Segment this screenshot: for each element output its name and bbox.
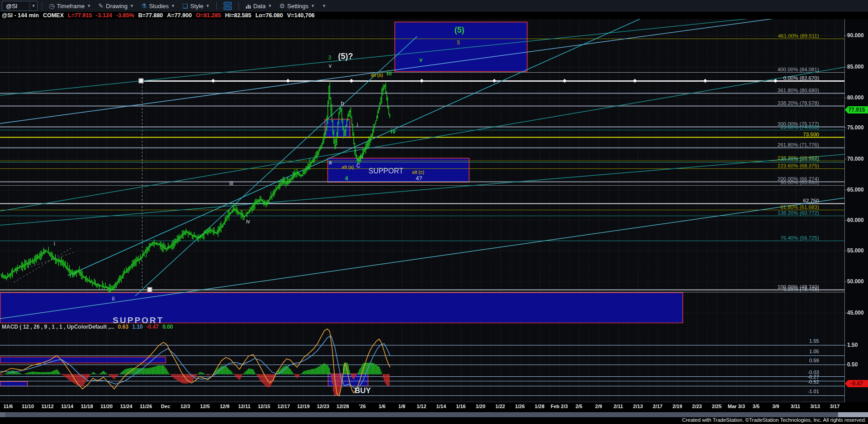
flask-icon: ⚗: [141, 2, 147, 10]
horizontal-scrollbar[interactable]: [0, 412, 868, 417]
time-axis-label: 11/18: [81, 404, 93, 409]
time-axis-label: Mar 3/3: [728, 404, 745, 409]
fib-level-label: 261.80% (71.776): [778, 142, 819, 148]
wave-label-5: (5)?: [338, 52, 353, 61]
fib-level-label: 50.00% (65.690): [780, 180, 819, 185]
time-axis-label: Feb 2/3: [551, 404, 568, 409]
price-axis-tick: 90.000: [847, 32, 864, 39]
time-axis-label: 1/26: [515, 404, 525, 409]
time-axis-label: 12/19: [297, 404, 310, 409]
quote-bar: @SI - 144 min COMEX L=77.915 -3.124 -3.8…: [0, 12, 868, 19]
macd-level-label: -0.52: [808, 379, 819, 385]
consolidation-box[interactable]: [325, 119, 350, 138]
quote-change-pct: -3.85%: [116, 12, 134, 19]
support-box-bottom[interactable]: [0, 292, 683, 323]
fib-level-label: 38.20% (69.708): [780, 157, 819, 162]
drawing-handle[interactable]: [139, 79, 144, 84]
time-axis-label: 11/26: [140, 404, 152, 409]
macd-buy-box[interactable]: [328, 374, 368, 386]
last-price-badge: 77.915: [845, 106, 868, 113]
wave-label-iii: iii: [386, 69, 392, 77]
time-axis-label: 3/11: [791, 404, 800, 409]
time-axis-label: 12/3: [180, 404, 190, 409]
fib-level-label: 23.60% (74.658): [780, 124, 819, 130]
gear-icon: ⚙: [279, 2, 285, 10]
time-axis-label: 2/25: [712, 404, 722, 409]
time-axis-label: 12/11: [238, 404, 250, 409]
quote-low: Lo=76.080: [255, 12, 283, 19]
time-axis-label: 11/6: [4, 404, 13, 409]
macd-study-label: MACD ( 12 , 26 , 9 , 1 , 1 , UpColorDefa…: [2, 324, 114, 330]
symbol-select-value: @SI: [2, 3, 29, 10]
menu-data[interactable]: Data ▼: [243, 0, 274, 11]
wave-label-buy: BUY: [355, 386, 371, 395]
menu-style[interactable]: ❏ Style ▼: [180, 0, 212, 11]
time-axis-label: '26: [359, 404, 366, 409]
menu-settings[interactable]: ⚙ Settings ▼: [277, 0, 317, 11]
time-axis-label: 12/5: [200, 404, 210, 409]
chevron-down-icon: ▼: [268, 4, 272, 8]
bar-chart-icon: [246, 3, 251, 9]
time-axis-label: 11/24: [120, 404, 132, 409]
fib-level-label: 73.500: [803, 132, 819, 137]
layers-icon[interactable]: [221, 1, 234, 11]
time-axis-label: 1/28: [535, 404, 544, 409]
fib-level-label: 0.00% (48.468): [783, 286, 819, 292]
macd-level-label: -1.01: [808, 389, 819, 394]
price-panel[interactable]: 461.00% (89.511)400.00% (84.081)0.00% (8…: [0, 19, 844, 323]
toolbar-overflow[interactable]: ▼: [319, 0, 329, 11]
fib-level-label: 0.00% (82.670): [783, 75, 819, 81]
time-axis-label: 3/13: [810, 404, 820, 409]
menu-timeframe[interactable]: ◷ Timeframe ▼: [46, 0, 94, 11]
wave-label-iii: iii: [229, 180, 234, 187]
menu-studies[interactable]: ⚗ Studies ▼: [138, 0, 178, 11]
wave-label-3: 3: [328, 54, 332, 61]
pencil-icon: ✎: [98, 2, 104, 10]
price-axis-tick: 85.000: [847, 64, 864, 70]
time-axis-label: 1/16: [456, 404, 465, 409]
quote-change: -3.124: [96, 12, 112, 19]
scrollbar-left-button[interactable]: [0, 412, 5, 417]
wave-label-iv: iv: [246, 218, 250, 225]
price-axis[interactable]: 90.00085.00080.00075.00070.00065.00060.0…: [844, 19, 868, 402]
toolbar: @SI ▼ ◷ Timeframe ▼ ✎ Drawing ▼ ⚗ Studie…: [0, 0, 868, 12]
wave5-target-box[interactable]: [395, 22, 527, 72]
macd-box-left[interactable]: [0, 357, 166, 363]
time-axis-label: 2/13: [633, 404, 643, 409]
quote-symbol: @SI - 144 min: [2, 12, 39, 19]
time-axis-label: 12/28: [336, 404, 349, 409]
drawing-handle[interactable]: [147, 287, 152, 292]
footer-credit: Created with TradeStation. ©TradeStation…: [0, 417, 868, 424]
time-axis-label: 1/12: [417, 404, 426, 409]
symbol-select[interactable]: @SI ▼: [2, 1, 38, 11]
macd-box-small[interactable]: [0, 381, 28, 386]
quote-exchange: COMEX: [43, 12, 64, 19]
chevron-down-icon[interactable]: ▼: [29, 2, 37, 10]
macd-panel[interactable]: 1.551.050.59-0.03-0.27-0.52-1.01BUY: [0, 330, 844, 402]
style-icon: ❏: [182, 2, 188, 10]
scrollbar-thumb[interactable]: [838, 412, 868, 417]
price-axis-tick: 80.000: [847, 94, 864, 101]
support-box-mid[interactable]: [327, 158, 469, 182]
fib-level-label: 138.20% (60.772): [778, 210, 819, 216]
time-axis-label: 3/17: [830, 404, 839, 409]
time-axis-label: 1/20: [476, 404, 485, 409]
menu-drawing[interactable]: ✎ Drawing ▼: [96, 0, 137, 11]
time-axis-label: 12/9: [220, 404, 229, 409]
clock-icon: ◷: [49, 2, 54, 10]
price-axis-tick: 45.000: [847, 310, 864, 316]
macd-level-label: 0.59: [809, 358, 819, 363]
time-axis-label: 12/17: [278, 404, 290, 409]
time-axis-label: 1/8: [398, 404, 405, 409]
time-axis[interactable]: 11/611/1011/1211/1411/1811/2011/2411/26D…: [0, 402, 868, 412]
fib-level-label: 338.20% (78.578): [778, 100, 819, 106]
tradestation-window: @SI ▼ ◷ Timeframe ▼ ✎ Drawing ▼ ⚗ Studie…: [0, 0, 868, 424]
time-axis-label: 2/19: [673, 404, 682, 409]
wave-label-v: v: [329, 63, 332, 69]
price-axis-tick: 55.000: [847, 247, 864, 254]
wave-label-i: i: [54, 241, 55, 247]
time-axis-label: 12/15: [258, 404, 270, 409]
quote-open: O=81.285: [196, 12, 221, 19]
menu-data-label: Data: [253, 3, 265, 10]
macd-header[interactable]: MACD ( 12 , 26 , 9 , 1 , 1 , UpColorDefa…: [0, 323, 846, 330]
